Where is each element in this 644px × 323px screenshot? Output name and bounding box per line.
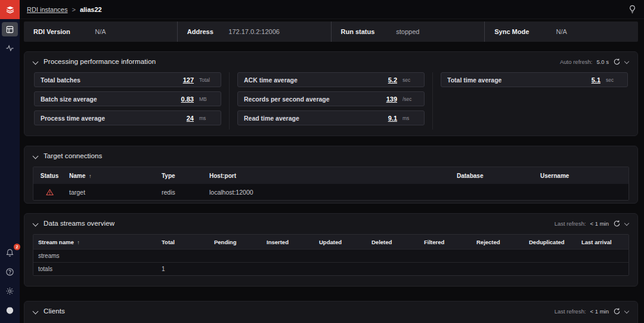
- collapse-chevron-icon[interactable]: [33, 153, 38, 159]
- metric-label: Process time average: [41, 115, 105, 122]
- settings-button[interactable]: [2, 284, 18, 298]
- stat-address: Address 172.17.0.2:12006: [177, 21, 331, 42]
- notification-badge: 2: [14, 244, 20, 250]
- redis-logo-icon: [5, 5, 15, 14]
- metric-unit: sec: [402, 77, 419, 83]
- bell-icon: [5, 248, 14, 257]
- panel-header: Target connections: [24, 146, 637, 165]
- breadcrumb-rdi-instances[interactable]: RDI instances: [27, 6, 67, 13]
- panel-title: Clients: [44, 307, 65, 315]
- refresh-icon[interactable]: [613, 220, 621, 227]
- table-row[interactable]: target redis localhost:12000: [33, 184, 628, 200]
- breadcrumb-separator: >: [72, 6, 75, 13]
- column-header-last-arrival: Last arrival: [577, 239, 628, 245]
- metric-value-link[interactable]: 5.1: [592, 76, 600, 84]
- metric-value-link[interactable]: 0.83: [181, 96, 194, 103]
- metric-label: Batch size average: [41, 96, 97, 103]
- metric-label: Total batches: [41, 76, 80, 84]
- panel-title: Data streams overview: [44, 220, 114, 227]
- gear-icon: [5, 287, 14, 296]
- column-header-stream-name[interactable]: Stream name ↑: [33, 239, 157, 245]
- metric-label: ACK time average: [244, 76, 298, 84]
- lightbulb-icon: [628, 5, 637, 14]
- redis-logo[interactable]: [0, 0, 20, 19]
- metrics-column-2: ACK time average 5.2 sec Records per sec…: [229, 72, 425, 130]
- column-header-inserted: Inserted: [262, 239, 314, 245]
- stat-label: Address: [187, 28, 213, 35]
- column-header-database: Database: [453, 173, 537, 179]
- breadcrumb-current: alias22: [80, 6, 102, 13]
- table-row[interactable]: streams: [33, 249, 628, 262]
- sidebar-item-pipeline-status[interactable]: [2, 41, 18, 55]
- stat-run-status: Run status stopped: [331, 21, 485, 42]
- help-icon: [5, 267, 14, 276]
- sidebar-item-pipeline-management[interactable]: [2, 22, 18, 36]
- sort-asc-icon: ↑: [89, 173, 92, 179]
- panel-processing-performance: Processing performance information Auto …: [24, 51, 638, 136]
- status-cell: [33, 189, 66, 196]
- auto-refresh-value: 5.0 s: [596, 59, 609, 65]
- panel-title: Processing performance information: [44, 58, 156, 65]
- metric-batch-size-average: Batch size average 0.83 MB: [34, 91, 221, 106]
- github-icon: [5, 306, 14, 315]
- table-header-row: Stream name ↑ Total Pending Inserted Upd…: [33, 235, 628, 249]
- metric-total-batches: Total batches 127 Total: [34, 72, 221, 87]
- panel-header: Processing performance information Auto …: [24, 52, 637, 71]
- column-header-hostport: Host:port: [206, 173, 453, 179]
- table-row[interactable]: totals 1: [33, 262, 628, 275]
- column-header-rejected: Rejected: [472, 239, 524, 245]
- column-header-filtered: Filtered: [419, 239, 472, 245]
- stat-label: Run status: [341, 28, 375, 35]
- column-header-deleted: Deleted: [367, 239, 419, 245]
- refresh-settings-chevron-icon[interactable]: [625, 60, 629, 64]
- pipeline-icon: [5, 25, 14, 34]
- column-header-name[interactable]: Name ↑: [66, 173, 158, 179]
- performance-metrics: Total batches 127 Total Batch size avera…: [24, 71, 637, 136]
- metric-unit: MB: [199, 96, 216, 102]
- metric-unit: /sec: [402, 96, 419, 102]
- top-bar: RDI instances > alias22: [20, 0, 644, 19]
- panel-target-connections: Target connections Status Name ↑ Type Ho…: [24, 146, 638, 204]
- stat-rdi-version: RDI Version N/A: [24, 21, 177, 42]
- column-header-total: Total: [157, 239, 209, 245]
- collapse-chevron-icon[interactable]: [33, 309, 38, 314]
- panel-data-streams: Data streams overview Last refresh: < 1 …: [24, 213, 638, 287]
- metric-value-link[interactable]: 127: [183, 76, 194, 84]
- sort-asc-icon: ↑: [77, 239, 80, 245]
- panel-clients: Clients Last refresh: < 1 min: [24, 301, 638, 323]
- warning-triangle-icon[interactable]: [46, 189, 54, 196]
- stat-sync-mode: Sync Mode N/A: [484, 21, 638, 42]
- metric-value-link[interactable]: 9.1: [388, 115, 397, 122]
- stat-label: Sync Mode: [494, 28, 529, 35]
- metric-label: Read time average: [244, 115, 299, 122]
- instance-summary-bar: RDI Version N/A Address 172.17.0.2:12006…: [24, 21, 638, 42]
- refresh-icon[interactable]: [613, 307, 621, 315]
- last-refresh-value: < 1 min: [590, 220, 609, 227]
- github-button[interactable]: [2, 303, 18, 317]
- collapse-chevron-icon[interactable]: [33, 221, 38, 226]
- table-header-row: Status Name ↑ Type Host:port Database Us…: [33, 167, 628, 184]
- column-header-pending: Pending: [209, 239, 262, 245]
- refresh-settings-chevron-icon[interactable]: [625, 222, 629, 226]
- metric-unit: ms: [199, 115, 216, 121]
- help-button[interactable]: [2, 264, 18, 279]
- stream-name-cell: streams: [33, 253, 157, 259]
- collapse-chevron-icon[interactable]: [33, 59, 38, 64]
- metric-value-link[interactable]: 5.2: [388, 76, 397, 84]
- metrics-column-1: Total batches 127 Total Batch size avera…: [34, 72, 221, 130]
- metric-value-link[interactable]: 139: [386, 96, 397, 103]
- data-streams-table: Stream name ↑ Total Pending Inserted Upd…: [33, 234, 629, 276]
- metric-total-time-average: Total time average 5.1 sec: [441, 72, 628, 87]
- panel-title: Target connections: [44, 152, 102, 159]
- pipeline-status-icon: [5, 44, 14, 53]
- stream-name-cell: totals: [33, 266, 157, 272]
- name-cell: target: [66, 189, 158, 196]
- metric-value-link[interactable]: 24: [187, 115, 194, 122]
- metric-label: Total time average: [447, 76, 501, 84]
- notifications-button[interactable]: 2: [2, 245, 18, 260]
- refresh-settings-chevron-icon[interactable]: [625, 309, 629, 313]
- refresh-icon[interactable]: [613, 58, 621, 66]
- metric-label: Records per second average: [244, 96, 330, 103]
- insights-button[interactable]: [628, 5, 637, 14]
- column-header-username: Username: [537, 173, 628, 179]
